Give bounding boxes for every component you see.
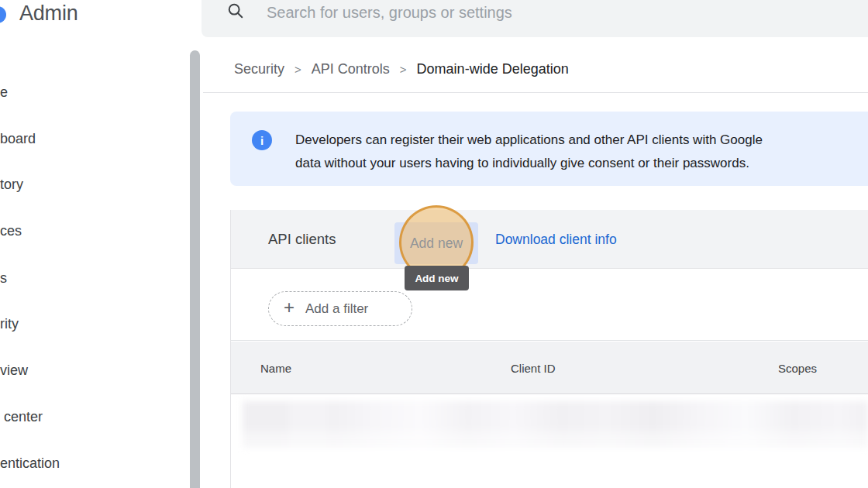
download-client-info-link[interactable]: Download client info <box>495 210 617 269</box>
table-header: Name Client ID Scopes <box>231 342 868 394</box>
breadcrumb-current-page: Domain-wide Delegation <box>417 61 569 77</box>
chevron-right-icon: > <box>400 62 407 76</box>
column-header-scopes: Scopes <box>778 342 817 394</box>
banner-line-1: Developers can register their web applic… <box>295 129 868 152</box>
breadcrumb-security[interactable]: Security <box>234 61 284 77</box>
column-header-client-id: Client ID <box>511 342 556 394</box>
sidebar-item-directory[interactable]: tory <box>0 174 178 194</box>
download-client-info-label: Download client info <box>495 232 617 248</box>
filter-row: + Add a filter <box>231 270 868 341</box>
brand-title: Admin <box>19 1 78 26</box>
column-header-name: Name <box>260 342 291 394</box>
banner-line-2: data without your users having to indivi… <box>295 152 868 175</box>
admin-console-screen: Admin e board tory ces s rity view cente… <box>0 0 868 488</box>
header-divider <box>203 92 868 93</box>
breadcrumb-api-controls[interactable]: API Controls <box>312 61 390 77</box>
add-filter-button[interactable]: + Add a filter <box>268 291 412 326</box>
sidebar-item-alert-center[interactable]: center <box>0 407 178 427</box>
sidebar-item-authentication[interactable]: entication <box>0 453 178 473</box>
sidebar-item-security[interactable]: rity <box>0 314 178 334</box>
search-icon <box>227 2 244 19</box>
search-bar[interactable] <box>202 0 868 37</box>
info-icon: i <box>252 130 272 150</box>
table-body <box>231 395 868 488</box>
add-filter-label: Add a filter <box>305 301 368 317</box>
add-new-tooltip: Add new <box>405 266 469 290</box>
api-clients-card: API clients Add new Download client info… <box>230 210 868 488</box>
banner-text: Developers can register their web applic… <box>295 129 868 175</box>
plus-icon: + <box>284 298 294 319</box>
sidebar-item-apps[interactable]: s <box>0 268 178 288</box>
info-banner: i Developers can register their web appl… <box>230 112 868 186</box>
chevron-right-icon: > <box>294 62 301 76</box>
sidebar-item-overview[interactable]: view <box>0 360 178 380</box>
sidebar-item-devices[interactable]: ces <box>0 221 178 241</box>
sidebar-item-dashboard[interactable]: board <box>0 129 178 149</box>
sidebar-nav: e board tory ces s rity view center enti… <box>0 37 189 488</box>
sidebar-item-home[interactable]: e <box>0 82 178 102</box>
top-bar: Admin <box>0 0 868 37</box>
section-title: API clients <box>268 210 336 269</box>
table-row-redacted[interactable] <box>243 401 868 448</box>
search-input[interactable] <box>267 0 763 25</box>
sidebar-scrollbar[interactable] <box>190 50 200 488</box>
breadcrumb: Security > API Controls > Domain-wide De… <box>234 59 569 79</box>
google-logo-icon <box>0 6 6 23</box>
api-clients-header: API clients Add new Download client info <box>231 210 868 269</box>
